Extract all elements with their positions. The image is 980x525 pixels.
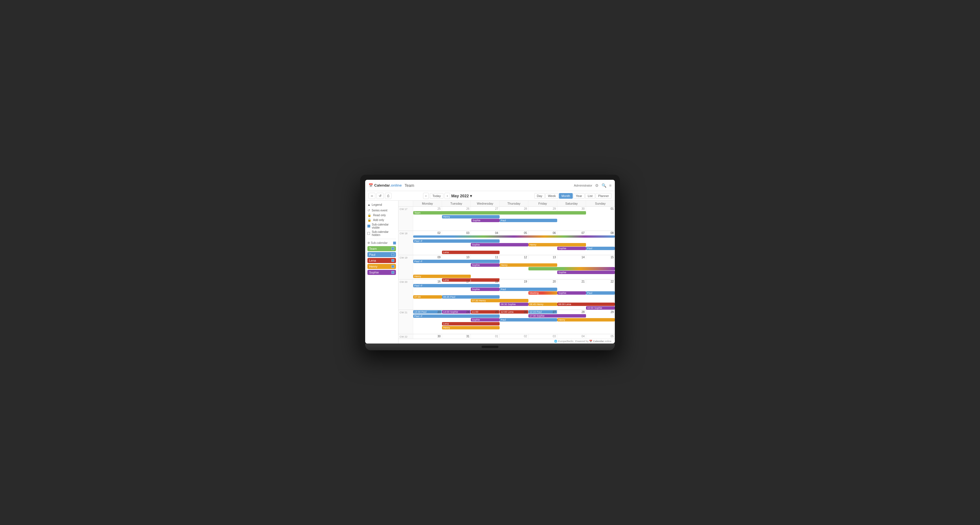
header-thursday: Thursday [500,201,528,206]
today-button[interactable]: Today [430,193,443,199]
cw-label-19: CW 19 [398,255,413,279]
admin-label: Administrator [574,184,592,187]
week-cw19: CW 19 09 10 11 12 13 14 15 [398,255,615,279]
header-saturday: Saturday [557,201,586,206]
cw-label-17: CW 17 [398,206,413,231]
powered-by: Powered by 📅 Calendar.online [575,340,611,343]
view-year-button[interactable]: Year [573,193,585,199]
month-title: May 2022 ▾ [451,194,472,198]
app-title: Team [405,183,414,188]
view-planner-button[interactable]: Planner [596,193,611,199]
view-buttons: Day Week Month Year List Planner [535,193,611,199]
view-list-button[interactable]: List [585,193,595,199]
week-cw20: CW 20 16 17 18 19 20 21 22 [398,279,615,310]
legend-readonly: 🔒 Read only [368,213,396,217]
timezone-label: 🌐 Europe/Berlin [554,340,573,343]
menu-icon[interactable]: ≡ [609,183,611,188]
calendar-header: Monday Tuesday Wednesday Thursday Friday… [398,201,615,206]
header-tuesday: Tuesday [442,201,471,206]
calendar-body: CW 17 25 26 27 28 29 30 01 [398,206,615,339]
view-month-button[interactable]: Month [559,193,573,199]
cw-label-18: CW 18 [398,231,413,255]
view-week-button[interactable]: Week [546,193,558,199]
week-cw22: CW 22 30 31 01 02 03 04 05 [398,334,615,339]
toolbar: ‹‹ ↺ ⎙ ‹ Today › May 2022 ▾ Day Week Mon… [365,191,615,201]
app-logo: 📅 Calendar.online [369,183,402,187]
calendar-icon: 📅 [369,183,373,187]
search-icon[interactable]: 🔍 [601,183,606,188]
sidebar-item-lena[interactable]: Lena [368,258,396,263]
header-wednesday: Wednesday [471,201,500,206]
sub-cal-header: ⚙ Sub-calendar [368,241,396,244]
legend-series: ↺ Series event [368,209,396,212]
print-button[interactable]: ⎙ [385,193,391,199]
legend-sub-hidden: Sub-calendar hidden [368,230,396,236]
header-monday: Monday [413,201,442,206]
calendar: Monday Tuesday Wednesday Thursday Friday… [398,201,615,344]
sidebar: ▲ Legend ↺ Series event 🔒 Read only 🔒 Ad… [365,201,398,344]
sidebar-item-sophie[interactable]: Sophie [368,270,396,275]
week-cw18: CW 18 02 03 04 05 06 07 08 [398,231,615,255]
prev-month-button[interactable]: ‹ [423,193,429,199]
header-friday: Friday [528,201,557,206]
next-month-button[interactable]: › [444,193,450,199]
view-day-button[interactable]: Day [535,193,545,199]
cw-label-21: CW 21 [398,310,413,334]
header-sunday: Sunday [586,201,615,206]
legend-sub-visible: Sub-calendar visible [368,223,396,229]
calendar-footer: 🌐 Europe/Berlin Powered by 📅 Calendar.on… [398,339,615,344]
sidebar-item-team[interactable]: Team [368,246,396,251]
sidebar-item-paul[interactable]: Paul [368,252,396,257]
cw-label-22: CW 22 [398,334,413,339]
back-far-button[interactable]: ‹‹ [369,193,375,199]
week-cw21: CW 21 23 24 25 26 27 28 29 [398,310,615,334]
refresh-button[interactable]: ↺ [377,193,384,199]
cw-label-20: CW 20 [398,279,413,309]
week-cw17: CW 17 25 26 27 28 29 30 01 [398,206,615,231]
legend-header[interactable]: ▲ Legend [368,203,396,206]
settings-icon[interactable]: ⚙ [595,183,599,188]
header-actions: Administrator ⚙ 🔍 ≡ [574,183,611,188]
sidebar-item-henry[interactable]: Henry [368,264,396,269]
legend-addonly: 🔒 Add only [368,218,396,222]
